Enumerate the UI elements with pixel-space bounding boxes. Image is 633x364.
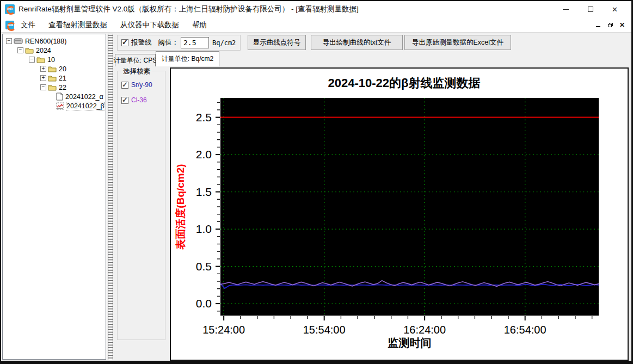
folder-icon [36,56,45,63]
tree-item-ren600[interactable]: − REN600(188) [3,36,106,46]
expander-plus-icon[interactable]: + [40,75,46,81]
y-tick-label: 2.0 [196,148,212,161]
folder-icon [48,84,57,91]
child-restore-icon [608,23,613,27]
monitor-chart: 0.00.51.01.52.02.515:24:0015:54:0016:24:… [170,67,629,361]
export-txt-button[interactable]: 导出绘制曲线的txt文件 [311,35,403,50]
menu-view-measure-data[interactable]: 查看辐射测量数据 [42,18,114,32]
checkmark-icon: ✓ [122,81,128,89]
folder-icon [25,47,34,54]
tree-item-22[interactable]: − 22 [3,83,106,92]
tree-item-label: 10 [47,56,55,64]
tree-item-label: 20 [59,65,66,73]
document-icon [5,21,14,29]
folder-icon [48,65,57,72]
close-button[interactable]: ✕ [603,1,627,17]
tree-item-20[interactable]: + 20 [3,64,106,73]
chart-file-icon [56,102,64,110]
tree-item-20241022-beta[interactable]: 20241022_β [3,101,106,110]
child-restore-button[interactable] [604,19,616,31]
alarm-line-label: 报警线 [131,38,152,47]
close-icon: ✕ [612,6,618,13]
expander-plus-icon[interactable]: + [40,66,46,72]
nuclide-label: Cl-36 [131,96,147,104]
expander-minus-icon[interactable]: − [40,84,46,90]
device-icon [14,38,23,45]
maximize-icon [588,7,593,12]
tree-item-20241022-alpha[interactable]: 20241022_α [3,92,106,101]
tree-item-label: 22 [59,84,66,91]
x-tick-label: 16:24:00 [403,324,446,336]
alarm-line-group: ✓ 报警线 阈值： Bq/cm2 [117,35,241,51]
app-icon [5,4,15,14]
nuclide-label: Sr/y-90 [131,81,152,89]
threshold-unit-label: Bq/cm2 [212,39,236,47]
maximize-button[interactable] [578,1,603,17]
nuclide-select-group: 选择核素 ✓ Sr/y-90 ✓ Cl-36 [117,71,165,340]
expander-minus-icon[interactable]: − [17,47,23,53]
x-tick-label: 15:54:00 [303,324,346,336]
chart-title: 2024-10-22的β射线监测数据 [328,76,481,90]
checkmark-icon: ✓ [122,96,128,104]
expander-minus-icon[interactable]: − [29,57,35,63]
nuclide-checkbox[interactable]: ✓ [121,82,128,89]
checkmark-icon: ✓ [122,38,128,46]
tree-item-21[interactable]: + 21 [3,73,106,83]
file-icon [56,92,63,101]
alarm-line-checkbox[interactable]: ✓ [121,39,128,46]
x-axis-title: 监测时间 [388,337,432,349]
nuclide-checkbox[interactable]: ✓ [121,97,128,104]
monitor-chart-svg: 0.00.51.01.52.02.515:24:0015:54:0016:24:… [171,69,628,360]
child-minimize-icon [596,26,600,27]
minimize-icon [563,9,569,10]
menu-file[interactable]: 文件 [14,18,42,32]
y-tick-label: 0.0 [196,297,212,310]
tree-item-label: REN600(188) [25,38,66,45]
y-tick-label: 1.5 [196,186,212,198]
panel-splitter[interactable] [108,34,113,360]
title-bar: RenriRate辐射剂量管理软件 V2.0版（版权所有：上海仁日辐射防护设备有… [1,1,631,17]
show-curve-points-button[interactable]: 显示曲线点符号 [248,35,306,50]
expander-minus-icon[interactable]: − [6,38,12,44]
nuclide-group-label: 选择核素 [121,67,152,76]
device-tree-panel: − REN600(188) − 2024 − 10 + 20 [2,34,106,360]
menu-download-from-device[interactable]: 从仪器中下载数据 [114,18,186,32]
nuclide-item-sr-y-90[interactable]: ✓ Sr/y-90 [121,81,165,89]
nuclide-item-cl-36[interactable]: ✓ Cl-36 [121,96,165,104]
tree-item-label: 21 [59,75,66,82]
minimize-button[interactable] [554,1,578,17]
tree-item-2024[interactable]: − 2024 [3,46,106,55]
window-title: RenriRate辐射剂量管理软件 V2.0版（版权所有：上海仁日辐射防护设备有… [19,4,359,14]
tree-item-10[interactable]: − 10 [3,55,106,64]
tab-unit-bqcm2[interactable]: 计量单位: Bq/cm2 [156,51,219,66]
export-excel-button[interactable]: 导出原始测量数据的Excel文件 [404,35,511,50]
app-window: RenriRate辐射剂量管理软件 V2.0版（版权所有：上海仁日辐射防护设备有… [0,0,633,364]
child-close-icon: ✕ [619,22,625,28]
tree-item-label: 20241022_α [65,93,103,101]
x-tick-label: 15:24:00 [202,324,245,336]
y-tick-label: 1.0 [196,223,212,235]
menu-help[interactable]: 帮助 [186,18,213,32]
child-minimize-button[interactable] [592,19,604,31]
menu-bar: 文件 查看辐射测量数据 从仪器中下载数据 帮助 ✕ [1,17,631,33]
tree-item-label: 20241022_β [66,102,105,110]
y-tick-label: 2.5 [196,111,212,124]
tab-unit-cps[interactable]: 计量单位: CPS [115,54,156,66]
tree-item-label: 2024 [36,47,51,54]
child-close-button[interactable]: ✕ [616,19,628,31]
y-tick-label: 0.5 [196,260,212,273]
folder-icon [48,75,57,82]
x-tick-label: 16:54:00 [504,324,546,336]
y-axis-title: 表面活度(Bq/cm2) [175,164,186,250]
threshold-input[interactable] [181,37,209,48]
threshold-label: 阈值： [158,38,179,47]
